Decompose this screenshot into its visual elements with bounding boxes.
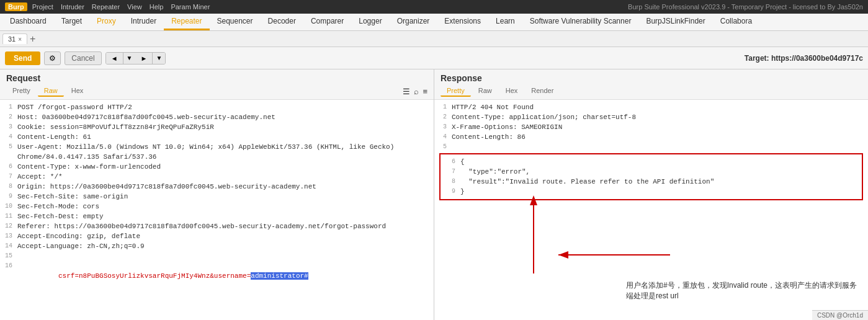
nav-logger[interactable]: Logger — [351, 14, 389, 30]
nav-proxy[interactable]: Proxy — [89, 14, 123, 30]
response-tab-raw[interactable]: Raw — [472, 86, 498, 97]
response-line-8: 8 "result":"Invalid route. Please refer … — [443, 177, 859, 187]
response-tab-render[interactable]: Render — [525, 86, 560, 97]
history-navigation: ◄ ▼ ► ▼ — [105, 52, 166, 64]
status-bar: CSDN @Orch1d — [812, 310, 868, 320]
next-dropdown[interactable]: ▼ — [153, 53, 165, 64]
target-label: Target: — [745, 54, 771, 63]
request-line-5b: Chrome/84.0.4147.135 Safari/537.36 — [0, 152, 434, 162]
request-tab-raw[interactable]: Raw — [38, 86, 64, 97]
nav-organizer[interactable]: Organizer — [390, 14, 437, 30]
request-line-13: 13 Accept-Encoding: gzip, deflate — [0, 231, 434, 241]
menu-project[interactable]: Project — [32, 3, 53, 11]
prev-dropdown[interactable]: ▼ — [123, 53, 136, 64]
nav-comparer[interactable]: Comparer — [303, 14, 351, 30]
response-tab-hex[interactable]: Hex — [499, 86, 524, 97]
burp-logo: Burp — [5, 2, 27, 11]
menu-repeater[interactable]: Repeater — [92, 3, 120, 11]
tab-bar: 31 × + — [0, 31, 868, 47]
menu-bar: Project Intruder Repeater View Help Para… — [32, 3, 210, 11]
request-icons: ☰ ⌕ ≡ — [403, 87, 427, 96]
csrf-param: csrf=n8PuBGSosyUrlizkvsarRquFjMIy4Wnz&us… — [58, 272, 251, 280]
request-line-15: 15 — [0, 251, 434, 261]
response-line-6: 6 { — [443, 157, 859, 167]
main-content: Request Pretty Raw Hex ☰ ⌕ ≡ 1 POST /for… — [0, 69, 868, 320]
tab-close-button[interactable]: × — [18, 36, 22, 43]
response-title: Response — [441, 73, 862, 83]
tab-label: 31 — [8, 35, 16, 43]
request-content: 1 POST /forgot-password HTTP/2 2 Host: 0… — [0, 100, 434, 320]
search-icon[interactable]: ⌕ — [414, 87, 419, 96]
request-line-14: 14 Accept-Language: zh-CN,zh;q=0.9 — [0, 241, 434, 251]
nav-jslinkfinder[interactable]: BurpJSLinkFinder — [638, 14, 712, 30]
username-value: administrator# — [251, 272, 308, 280]
request-line-6: 6 Content-Type: x-www-form-urlencoded — [0, 162, 434, 172]
response-line-5: 5 — [434, 142, 868, 152]
response-tab-pretty[interactable]: Pretty — [441, 86, 471, 97]
main-nav: Dashboard Target Proxy Intruder Repeater… — [0, 14, 868, 31]
request-line-10: 10 Sec-Fetch-Mode: cors — [0, 202, 434, 211]
request-line-5a: 5 User-Agent: Mozilla/5.0 (Windows NT 10… — [0, 142, 434, 152]
menu-param-miner[interactable]: Param Miner — [171, 3, 210, 11]
response-line-3: 3 X-Frame-Options: SAMEORIGIN — [434, 122, 868, 132]
request-title: Request — [6, 73, 427, 83]
menu-icon[interactable]: ≡ — [423, 87, 427, 96]
nav-target[interactable]: Target — [54, 14, 89, 30]
add-tab-button[interactable]: + — [30, 34, 35, 44]
cancel-button[interactable]: Cancel — [65, 51, 101, 65]
request-line-7: 7 Accept: */* — [0, 172, 434, 182]
nav-decoder[interactable]: Decoder — [261, 14, 303, 30]
menu-view[interactable]: View — [127, 3, 142, 11]
repeater-tab-31[interactable]: 31 × — [2, 33, 27, 44]
next-button[interactable]: ► — [136, 53, 153, 64]
request-tabs: Pretty Raw Hex — [6, 86, 89, 97]
response-content: 1 HTTP/2 404 Not Found 2 Content-Type: a… — [434, 100, 868, 320]
target-url: https://0a3600be04d9717c — [771, 54, 863, 63]
request-line-8: 8 Origin: https://0a3600be04d9717c818f8a… — [0, 182, 434, 192]
response-header: Response Pretty Raw Hex Render — [434, 69, 868, 100]
toolbar: Send ⚙ Cancel ◄ ▼ ► ▼ Target: https://0a… — [0, 47, 868, 69]
nav-scanner[interactable]: Software Vulnerability Scanner — [522, 14, 639, 30]
menu-help[interactable]: Help — [150, 3, 164, 11]
request-line-1: 1 POST /forgot-password HTTP/2 — [0, 102, 434, 112]
nav-learn[interactable]: Learn — [488, 14, 522, 30]
request-line-9: 9 Sec-Fetch-Site: same-origin — [0, 192, 434, 202]
nav-extensions[interactable]: Extensions — [437, 14, 488, 30]
title-bar: Burp Project Intruder Repeater View Help… — [0, 0, 868, 14]
request-tab-hex[interactable]: Hex — [65, 86, 90, 97]
request-line-3: 3 Cookie: session=8MPoVUfJLfT8zzn84rjReQ… — [0, 122, 434, 132]
request-header: Request Pretty Raw Hex ☰ ⌕ ≡ — [0, 69, 434, 100]
response-line-9: 9 } — [443, 187, 859, 197]
annotation-text: 用户名添加#号，重放包，发现Invalid route，这表明产生的请求到服务端… — [626, 280, 862, 301]
status-text: CSDN @Orch1d — [817, 312, 863, 319]
request-tabs-row: Pretty Raw Hex ☰ ⌕ ≡ — [6, 86, 427, 97]
request-line-4: 4 Content-Length: 61 — [0, 132, 434, 142]
request-line-12: 12 Referer: https://0a3600be04d9717c818f… — [0, 221, 434, 231]
prev-button[interactable]: ◄ — [106, 53, 123, 64]
request-panel: Request Pretty Raw Hex ☰ ⌕ ≡ 1 POST /for… — [0, 69, 434, 320]
send-button[interactable]: Send — [5, 51, 40, 65]
request-line-16: 16 csrf=n8PuBGSosyUrlizkvsarRquFjMIy4Wnz… — [0, 261, 434, 291]
response-line-1: 1 HTTP/2 404 Not Found — [434, 102, 868, 112]
response-json-box: 6 { 7 "type":"error", 8 "result":"Invali… — [439, 153, 863, 200]
response-line-2: 2 Content-Type: application/json; charse… — [434, 112, 868, 122]
nav-sequencer[interactable]: Sequencer — [210, 14, 261, 30]
response-line-4: 4 Content-Length: 86 — [434, 132, 868, 142]
response-line-7: 7 "type":"error", — [443, 167, 859, 177]
window-title: Burp Suite Professional v2023.9 - Tempor… — [628, 3, 863, 11]
settings-button[interactable]: ⚙ — [44, 51, 61, 65]
nav-repeater[interactable]: Repeater — [164, 14, 209, 30]
inspector-icon[interactable]: ☰ — [403, 87, 410, 96]
menu-intruder[interactable]: Intruder — [61, 3, 84, 11]
request-line-2: 2 Host: 0a3600be04d9717c818f8a7d00fc0045… — [0, 112, 434, 122]
request-tab-pretty[interactable]: Pretty — [6, 86, 37, 97]
request-line-11: 11 Sec-Fetch-Dest: empty — [0, 211, 434, 221]
nav-dashboard[interactable]: Dashboard — [2, 14, 54, 30]
response-panel: Response Pretty Raw Hex Render 1 HTTP/2 … — [434, 69, 868, 320]
target-info: Target: https://0a3600be04d9717c — [745, 54, 863, 63]
response-tabs: Pretty Raw Hex Render — [441, 86, 862, 97]
nav-intruder[interactable]: Intruder — [123, 14, 164, 30]
nav-collabora[interactable]: Collabora — [713, 14, 759, 30]
